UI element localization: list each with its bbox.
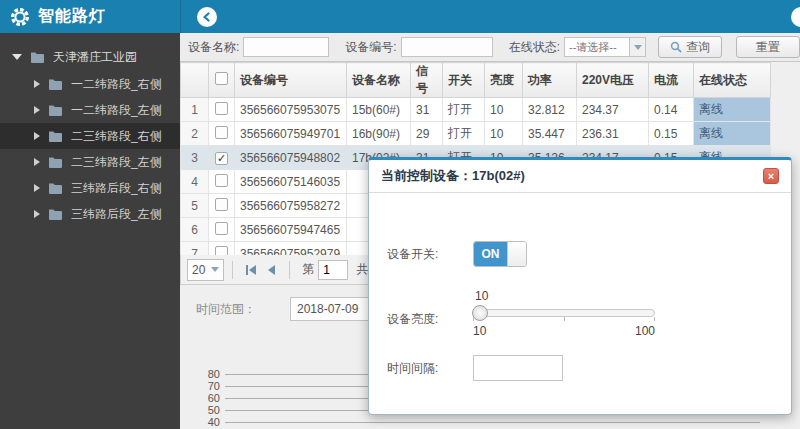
row-checkbox[interactable]: ✓	[215, 152, 228, 165]
row-checkbox[interactable]	[215, 198, 228, 211]
combo-arrow-button[interactable]	[629, 38, 645, 56]
brightness-max-label: 100	[635, 324, 655, 338]
switch-row: 设备开关: ON	[387, 241, 527, 267]
row-index: 4	[181, 170, 209, 194]
row-index: 1	[181, 98, 209, 122]
chevron-down-icon	[211, 267, 219, 272]
sidebar-root-node[interactable]: 天津潘庄工业园	[0, 43, 180, 71]
sidebar-tree: 天津潘庄工业园 一二纬路段_右侧一二纬路段_左侧二三纬路段_右侧二三纬路段_左侧…	[0, 33, 180, 227]
sidebar-item[interactable]: 一二纬路段_左侧	[0, 97, 180, 123]
sidebar-item-label: 三纬路后段_左侧	[71, 206, 162, 223]
row-checkbox[interactable]	[215, 222, 228, 235]
toggle-knob[interactable]	[507, 242, 526, 266]
cell-device_id: 356566075948802	[235, 146, 347, 170]
column-header: 在线状态	[694, 63, 771, 98]
time-range-label: 时间范围：	[196, 301, 256, 318]
row-checkbox[interactable]	[215, 102, 228, 115]
cell-device_id: 356566075947465	[235, 218, 347, 242]
cell-brightness: 10	[485, 98, 523, 122]
cell-current: 0.15	[649, 122, 694, 146]
sidebar-item[interactable]: 二三纬路段_右侧	[0, 123, 180, 149]
modal-header[interactable]: 当前控制设备：17b(02#) ×	[369, 160, 791, 193]
folder-icon	[48, 78, 63, 91]
sidebar-item[interactable]: 二三纬路段_左侧	[0, 149, 180, 175]
sidebar-item-label: 二三纬路段_左侧	[71, 154, 162, 171]
row-checkbox-cell	[209, 194, 235, 218]
modal-title: 当前控制设备：17b(02#)	[381, 167, 525, 185]
cell-status: 离线	[694, 122, 771, 146]
device-name-input[interactable]	[243, 37, 329, 57]
sidebar-item[interactable]: 三纬路后段_右侧	[0, 175, 180, 201]
device-id-label: 设备编号:	[345, 39, 396, 56]
y-tick-label: 80	[194, 368, 220, 380]
column-header-index	[181, 63, 209, 98]
sidebar-item[interactable]: 一二纬路段_右侧	[0, 71, 180, 97]
page-size-value: 20	[192, 263, 205, 277]
sidebar-root-label: 天津潘庄工业园	[53, 49, 137, 66]
search-button[interactable]: 查询	[658, 36, 722, 58]
row-checkbox[interactable]	[215, 174, 228, 187]
column-header: 电流	[649, 63, 694, 98]
row-checkbox-cell	[209, 218, 235, 242]
device-switch-toggle[interactable]: ON	[473, 241, 527, 267]
online-status-select[interactable]: --请选择--	[564, 37, 646, 57]
search-icon	[670, 41, 682, 53]
row-checkbox[interactable]	[215, 126, 228, 139]
close-icon[interactable]: ×	[763, 168, 779, 184]
cell-voltage: 236.31	[577, 122, 649, 146]
chart-gridline-row: 40	[194, 416, 760, 428]
interval-label: 时间间隔:	[387, 360, 473, 377]
column-header: 设备名称	[347, 63, 411, 98]
sidebar-item-label: 二三纬路段_右侧	[71, 128, 162, 145]
caret-right-icon[interactable]	[34, 158, 40, 166]
folder-icon	[48, 208, 63, 221]
device-control-modal: 当前控制设备：17b(02#) × 设备开关: ON 设备亮度: 10	[368, 157, 792, 415]
device-name-label: 设备名称:	[188, 39, 239, 56]
sidebar-item[interactable]: 三纬路后段_左侧	[0, 201, 180, 227]
brightness-min-label: 10	[473, 324, 486, 338]
caret-right-icon[interactable]	[34, 80, 40, 88]
caret-right-icon[interactable]	[34, 184, 40, 192]
slider-ticks	[473, 317, 655, 322]
interval-input[interactable]	[473, 355, 563, 381]
reset-button-label: 重置	[756, 39, 780, 56]
page-number-input[interactable]	[318, 260, 348, 280]
cell-switch: 打开	[443, 122, 485, 146]
sidebar-tree-children: 一二纬路段_右侧一二纬路段_左侧二三纬路段_右侧二三纬路段_左侧三纬路后段_右侧…	[0, 71, 180, 227]
table-row: 135656607595307515b(60#)31打开1032.812234.…	[181, 98, 771, 122]
brightness-slider: 10 10 100	[473, 289, 655, 338]
toggle-on-label: ON	[474, 242, 507, 266]
sidebar-item-label: 一二纬路段_左侧	[71, 102, 162, 119]
reset-button[interactable]: 重置	[736, 36, 800, 58]
row-index: 3	[181, 146, 209, 170]
first-page-button[interactable]	[241, 260, 261, 280]
select-all-checkbox[interactable]	[215, 72, 228, 85]
y-tick-label: 70	[194, 380, 220, 392]
first-page-icon	[246, 265, 248, 275]
pager-divider	[232, 261, 233, 279]
page-size-select[interactable]: 20	[187, 259, 224, 281]
device-id-input[interactable]	[401, 37, 493, 57]
brightness-row: 设备亮度:	[387, 311, 473, 328]
y-tick-label: 40	[194, 416, 220, 428]
table-row: 235656607594970116b(90#)29打开1035.447236.…	[181, 122, 771, 146]
table-header-row: 设备编号设备名称信号开关亮度功率220V电压电流在线状态	[181, 63, 771, 98]
caret-right-icon[interactable]	[34, 210, 40, 218]
caret-right-icon[interactable]	[34, 106, 40, 114]
cell-status: 离线	[694, 98, 771, 122]
cell-name: 15b(60#)	[347, 98, 411, 122]
edge-nav-button[interactable]	[791, 7, 800, 27]
y-tick-label: 50	[194, 404, 220, 416]
column-header-checkbox	[209, 63, 235, 98]
prev-page-button[interactable]	[261, 260, 281, 280]
cell-device_id: 356566075949701	[235, 122, 347, 146]
row-checkbox-cell	[209, 98, 235, 122]
collapse-back-button[interactable]	[197, 7, 217, 27]
sidebar-item-label: 三纬路后段_右侧	[71, 180, 162, 197]
caret-right-icon[interactable]	[34, 132, 40, 140]
row-checkbox-cell: ✓	[209, 146, 235, 170]
caret-down-icon[interactable]	[12, 54, 22, 60]
folder-icon	[48, 130, 63, 143]
slider-track[interactable]	[473, 309, 655, 317]
modal-body: 设备开关: ON 设备亮度: 10	[369, 193, 791, 415]
